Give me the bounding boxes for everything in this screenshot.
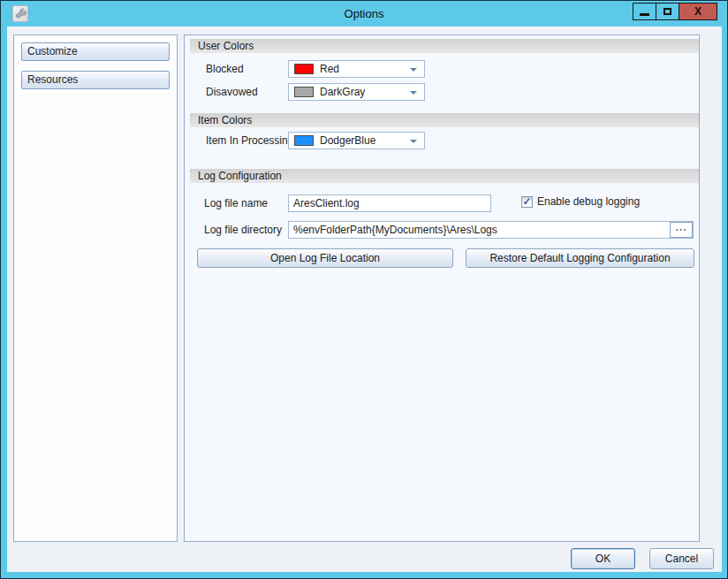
item-in-processing-color-dropdown[interactable]: DodgerBlue <box>288 132 425 149</box>
close-button[interactable]: X <box>679 3 717 20</box>
sidebar-item-customize[interactable]: Customize <box>21 42 170 61</box>
disavowed-color-swatch <box>294 87 314 97</box>
debug-logging-label: Enable debug logging <box>537 195 640 208</box>
minimize-icon <box>640 13 649 16</box>
log-file-name-input[interactable] <box>288 194 491 212</box>
window-controls: X <box>633 3 717 20</box>
debug-logging-checkbox[interactable]: ✓ <box>521 196 533 208</box>
blocked-color-dropdown[interactable]: Red <box>288 60 425 78</box>
maximize-button[interactable] <box>656 3 679 20</box>
disavowed-color-dropdown[interactable]: DarkGray <box>288 83 425 101</box>
chevron-down-icon <box>410 140 417 143</box>
log-file-directory-label: Log file directory <box>204 221 282 239</box>
sidebar-item-resources[interactable]: Resources <box>21 71 170 89</box>
chevron-down-icon <box>410 91 417 95</box>
ok-button[interactable]: OK <box>571 548 635 569</box>
titlebar: Options X <box>1 1 727 27</box>
blocked-color-value: Red <box>320 63 339 75</box>
cancel-button[interactable]: Cancel <box>649 548 714 569</box>
browse-directory-button[interactable]: ... <box>670 222 693 238</box>
minimize-button[interactable] <box>633 3 656 20</box>
sidebar: Customize Resources <box>13 34 178 542</box>
restore-default-logging-button[interactable]: Restore Default Logging Configuration <box>466 248 694 268</box>
open-log-file-location-button[interactable]: Open Log File Location <box>197 248 453 268</box>
blocked-label: Blocked <box>206 60 244 78</box>
enable-debug-logging-option: ✓ Enable debug logging <box>521 195 640 208</box>
log-file-name-label: Log file name <box>204 194 268 212</box>
options-dialog: Options X Customize Resources User Color… <box>0 0 728 579</box>
window-title: Options <box>1 1 727 27</box>
item-in-processing-color-swatch <box>294 135 314 146</box>
disavowed-label: Disavowed <box>206 83 258 101</box>
wrench-icon <box>12 5 28 22</box>
check-icon: ✓ <box>522 197 531 207</box>
main-panel: User Colors Blocked Red Disavowed DarkGr… <box>184 34 700 542</box>
item-colors-header: Item Colors <box>190 113 699 127</box>
blocked-color-swatch <box>294 64 314 74</box>
user-colors-header: User Colors <box>190 39 699 53</box>
close-icon: X <box>694 5 701 18</box>
item-in-processing-label: Item In Processing <box>206 132 293 149</box>
chevron-down-icon <box>410 68 417 72</box>
maximize-icon <box>664 8 671 15</box>
item-in-processing-color-value: DodgerBlue <box>320 134 375 147</box>
log-configuration-header: Log Configuration <box>190 169 699 183</box>
disavowed-color-value: DarkGray <box>320 86 365 98</box>
log-file-directory-input[interactable] <box>288 221 694 239</box>
dialog-content: Customize Resources User Colors Blocked … <box>7 27 722 572</box>
